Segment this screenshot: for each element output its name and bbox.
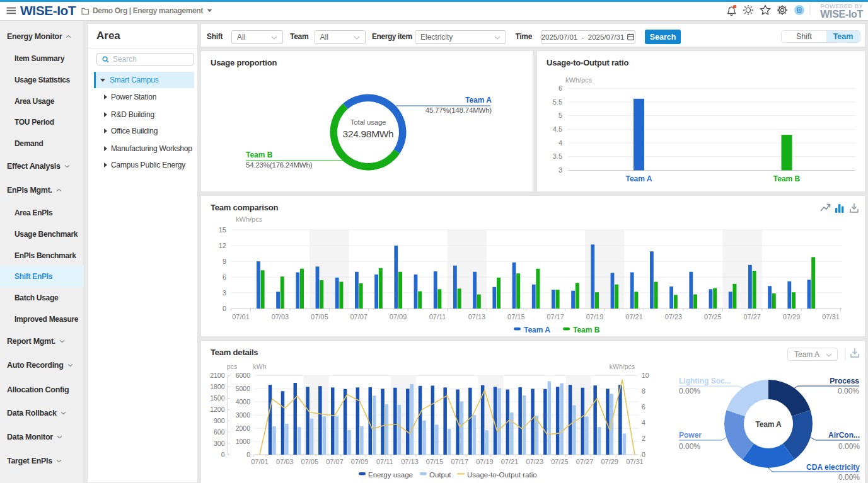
svg-text:5.5: 5.5	[553, 98, 562, 106]
svg-text:WISE-IoT: WISE-IoT	[820, 9, 863, 20]
svg-text:Power: Power	[679, 431, 702, 440]
svg-text:kWh: kWh	[253, 363, 267, 370]
svg-text:07/21: 07/21	[625, 313, 643, 321]
svg-text:Team A: Team A	[524, 326, 550, 334]
svg-text:07/19: 07/19	[586, 313, 604, 321]
svg-text:5000: 5000	[236, 385, 251, 392]
svg-text:6: 6	[223, 273, 226, 281]
svg-text:07/05: 07/05	[311, 313, 328, 321]
svg-text:07/03: 07/03	[272, 313, 289, 321]
svg-text:Team A: Team A	[756, 420, 782, 429]
svg-text:2000: 2000	[236, 424, 251, 432]
svg-text:07/27: 07/27	[743, 313, 761, 321]
svg-text:Energy usage: Energy usage	[368, 471, 413, 479]
svg-text:0: 0	[246, 451, 250, 458]
svg-text:07/29: 07/29	[783, 313, 801, 321]
svg-text:9: 9	[223, 258, 226, 265]
svg-text:6: 6	[642, 403, 645, 411]
svg-text:07/27: 07/27	[576, 458, 594, 465]
svg-text:CDA electricity: CDA electricity	[806, 463, 860, 472]
svg-text:0: 0	[221, 451, 225, 458]
svg-text:07/21: 07/21	[501, 458, 519, 465]
svg-text:300: 300	[214, 440, 225, 447]
svg-text:07/09: 07/09	[351, 458, 369, 465]
svg-text:Lighting Soc...: Lighting Soc...	[679, 377, 731, 385]
svg-text:07/11: 07/11	[376, 458, 393, 465]
svg-text:1500: 1500	[210, 394, 225, 402]
svg-text:0: 0	[223, 305, 226, 312]
svg-text:6: 6	[558, 84, 562, 92]
svg-text:07/25: 07/25	[704, 313, 722, 321]
svg-text:54.23%(176.24MWh): 54.23%(176.24MWh)	[246, 161, 313, 169]
svg-text:10: 10	[642, 372, 649, 379]
svg-text:kWh/pcs: kWh/pcs	[565, 76, 593, 84]
svg-text:07/13: 07/13	[401, 458, 419, 465]
svg-text:5: 5	[558, 111, 562, 119]
svg-text:324.98MWh: 324.98MWh	[343, 128, 394, 139]
svg-text:0.00%: 0.00%	[679, 387, 700, 395]
svg-text:Team B: Team B	[773, 174, 801, 183]
svg-text:Team B: Team B	[573, 326, 600, 334]
svg-text:07/17: 07/17	[451, 458, 469, 465]
svg-text:0.00%: 0.00%	[838, 473, 860, 482]
svg-text:07/07: 07/07	[350, 313, 367, 321]
svg-text:Team A: Team A	[625, 174, 652, 183]
svg-text:Usage-to-Output ratio: Usage-to-Output ratio	[467, 471, 537, 479]
svg-text:kWh/pcs: kWh/pcs	[610, 363, 635, 370]
svg-text:3: 3	[223, 289, 226, 297]
svg-text:45.77%(148.74MWh): 45.77%(148.74MWh)	[425, 106, 492, 114]
svg-text:900: 900	[214, 417, 225, 424]
svg-text:2: 2	[642, 435, 645, 442]
svg-text:3: 3	[558, 166, 562, 174]
svg-text:07/05: 07/05	[301, 458, 319, 465]
svg-text:0.00%: 0.00%	[679, 442, 700, 451]
svg-text:07/09: 07/09	[390, 313, 407, 321]
svg-text:0: 0	[642, 451, 645, 458]
svg-text:Process: Process	[830, 377, 859, 385]
svg-text:07/17: 07/17	[547, 313, 564, 321]
svg-text:4000: 4000	[236, 398, 251, 406]
svg-text:1000: 1000	[236, 438, 251, 445]
svg-text:4: 4	[642, 419, 645, 426]
svg-text:07/31: 07/31	[822, 313, 840, 321]
svg-text:07/25: 07/25	[551, 458, 569, 465]
svg-text:07/01: 07/01	[232, 313, 250, 321]
svg-text:1200: 1200	[210, 406, 225, 413]
svg-text:07/19: 07/19	[476, 458, 494, 465]
svg-text:3.5: 3.5	[553, 152, 562, 160]
svg-text:4.5: 4.5	[553, 125, 562, 133]
svg-text:Output: Output	[429, 471, 451, 479]
svg-text:07/07: 07/07	[326, 458, 344, 465]
svg-text:15: 15	[219, 226, 226, 234]
svg-text:07/29: 07/29	[601, 458, 618, 465]
svg-text:07/23: 07/23	[526, 458, 544, 465]
svg-text:0.00%: 0.00%	[838, 442, 860, 451]
svg-text:07/15: 07/15	[507, 313, 525, 321]
svg-text:07/23: 07/23	[665, 313, 683, 321]
svg-text:07/15: 07/15	[426, 458, 444, 465]
svg-text:AirCon...: AirCon...	[828, 431, 860, 440]
svg-text:12: 12	[219, 242, 226, 249]
svg-text:6000: 6000	[236, 372, 251, 379]
svg-text:07/03: 07/03	[276, 458, 294, 465]
svg-text:8: 8	[642, 387, 645, 395]
svg-text:Team B: Team B	[246, 151, 273, 159]
svg-text:1800: 1800	[210, 383, 225, 390]
svg-text:07/01: 07/01	[251, 458, 269, 465]
svg-text:pcs: pcs	[227, 363, 237, 370]
svg-text:600: 600	[214, 428, 225, 436]
svg-text:0.00%: 0.00%	[838, 387, 859, 395]
svg-text:3000: 3000	[236, 411, 251, 419]
svg-text:07/11: 07/11	[429, 313, 446, 321]
svg-text:2100: 2100	[210, 372, 225, 379]
svg-text:Team A: Team A	[465, 96, 492, 105]
svg-text:07/13: 07/13	[468, 313, 486, 321]
svg-text:Total usage: Total usage	[350, 118, 386, 126]
svg-text:4: 4	[558, 139, 562, 147]
svg-text:07/31: 07/31	[626, 458, 644, 465]
svg-text:kWh/pcs: kWh/pcs	[236, 215, 263, 223]
